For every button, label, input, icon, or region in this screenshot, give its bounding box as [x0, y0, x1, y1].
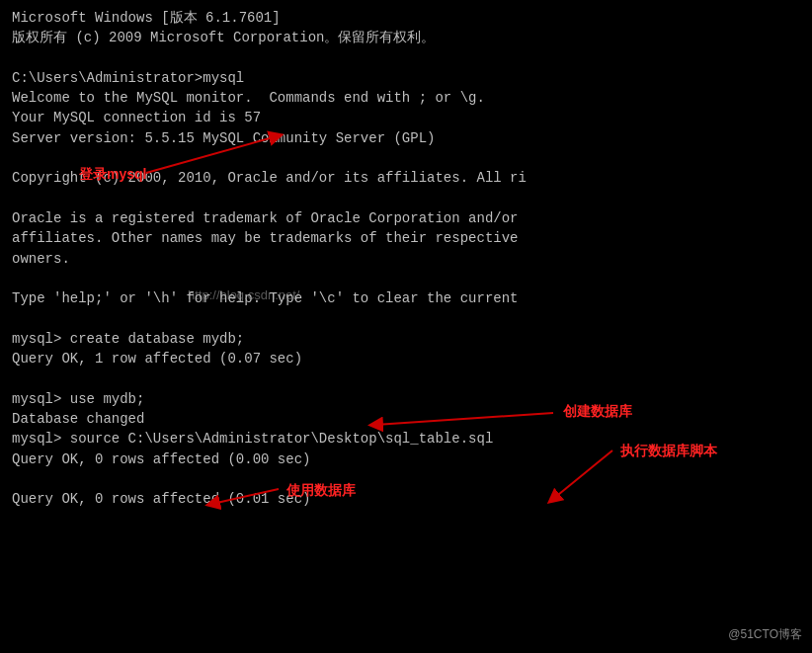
terminal-line-12: owners.	[12, 249, 800, 269]
terminal-line-10: Oracle is a registered trademark of Orac…	[12, 208, 800, 228]
annotation-use-db: 使用数据库	[286, 482, 356, 500]
terminal-line-18	[12, 368, 800, 388]
annotation-exec-script: 执行数据库脚本	[620, 443, 717, 460]
terminal-line-9	[12, 189, 800, 208]
terminal-line-19: mysql> use mydb;	[12, 389, 800, 409]
annotation-create-db: 创建数据库	[563, 403, 632, 421]
terminal-line-2	[12, 48, 800, 68]
terminal-line-11: affiliates. Other names may be trademark…	[12, 228, 800, 248]
site-badge: @51CTO博客	[728, 626, 802, 643]
terminal-line-3: C:\Users\Administrator>mysql	[12, 68, 800, 88]
terminal-line-1: 版权所有 (c) 2009 Microsoft Corporation。保留所有…	[12, 28, 800, 47]
terminal-line-15	[12, 308, 800, 328]
terminal-window: Microsoft Windows [版本 6.1.7601]版权所有 (c) …	[0, 0, 812, 653]
terminal-line-5: Your MySQL connection id is 57	[12, 108, 800, 127]
annotation-login-mysql: 登录mysql	[79, 166, 146, 184]
terminal-line-17: Query OK, 1 row affected (0.07 sec)	[12, 349, 800, 368]
terminal-content: Microsoft Windows [版本 6.1.7601]版权所有 (c) …	[12, 8, 800, 509]
terminal-line-23	[12, 469, 800, 489]
terminal-line-4: Welcome to the MySQL monitor. Commands e…	[12, 88, 800, 108]
terminal-line-24: Query OK, 0 rows affected (0.01 sec)	[12, 489, 800, 509]
terminal-line-20: Database changed	[12, 409, 800, 429]
terminal-line-0: Microsoft Windows [版本 6.1.7601]	[12, 8, 800, 28]
terminal-line-14: Type 'help;' or '\h' for help. Type '\c'…	[12, 288, 800, 308]
terminal-line-6: Server version: 5.5.15 MySQL Community S…	[12, 128, 800, 148]
terminal-line-16: mysql> create database mydb;	[12, 329, 800, 349]
terminal-line-13	[12, 269, 800, 288]
